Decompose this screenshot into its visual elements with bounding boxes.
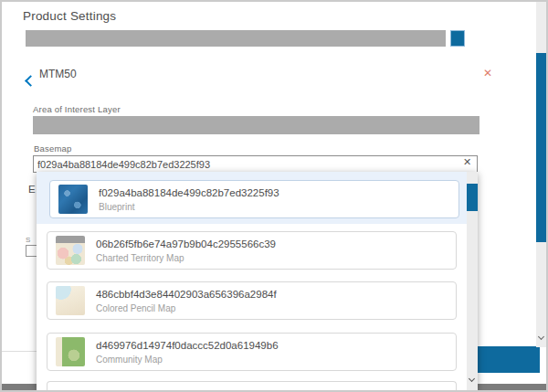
basemap-thumbnail-colored-pencil [56, 286, 85, 315]
item-name: Charted Territory Map [96, 253, 184, 263]
list-item-partial[interactable] [47, 381, 457, 392]
primary-action-button[interactable] [477, 346, 540, 373]
item-name: Community Map [96, 355, 163, 365]
basemap-thumbnail-blueprint [58, 185, 88, 214]
chevron-down-icon[interactable] [539, 326, 543, 343]
list-item-colored-pencil[interactable]: 486cbbf4d3e84402903a656396a2984f Colored… [47, 281, 457, 320]
item-id: 06b26f5fb6e74a97b9b04c2955566c39 [96, 238, 276, 249]
basemap-label: Basemap [34, 143, 72, 154]
chevron-left-icon[interactable] [26, 72, 35, 89]
obscured-label-fragment: E [28, 184, 36, 195]
product-settings-dialog: Product Settings MTM50 ✕ Area of Interes… [0, 0, 548, 392]
redacted-text-bar [26, 30, 446, 47]
basemap-dropdown: f029a4ba88184de499c82b7ed3225f93 Bluepri… [37, 172, 478, 390]
accent-square [450, 30, 465, 47]
basemap-thumbnail-community [56, 337, 85, 366]
list-item-blueprint[interactable]: f029a4ba88184de499c82b7ed3225f93 Bluepri… [49, 180, 459, 218]
clear-input-icon[interactable]: ✕ [463, 156, 471, 168]
obscured-label-fragment: S [26, 236, 30, 244]
item-id: d469976d14974f0daccc52d0a61949b6 [96, 340, 279, 351]
item-name: Colored Pencil Map [96, 303, 175, 313]
window-scrollbar[interactable] [536, 2, 547, 347]
basemap-input[interactable] [33, 155, 478, 173]
back-link-mtm50[interactable]: MTM50 [39, 68, 77, 80]
item-name: Blueprint [99, 202, 134, 212]
item-id: 486cbbf4d3e84402903a656396a2984f [96, 289, 277, 300]
chevron-down-icon[interactable] [469, 368, 474, 385]
scrollbar-thumb[interactable] [536, 53, 547, 242]
list-item-charted-territory[interactable]: 06b26f5fb6e74a97b9b04c2955566c39 Charted… [47, 231, 457, 270]
close-icon[interactable]: ✕ [483, 67, 492, 79]
item-id: f029a4ba88184de499c82b7ed3225f93 [99, 187, 279, 198]
area-of-interest-input[interactable] [33, 116, 480, 134]
dropdown-scrollbar[interactable] [467, 172, 478, 390]
area-of-interest-label: Area of Interest Layer [33, 104, 121, 114]
basemap-thumbnail-charted-territory [56, 236, 85, 265]
list-item-community[interactable]: d469976d14974f0daccc52d0a61949b6 Communi… [47, 333, 457, 371]
scrollbar-thumb[interactable] [467, 184, 478, 211]
page-title: Product Settings [23, 9, 116, 23]
